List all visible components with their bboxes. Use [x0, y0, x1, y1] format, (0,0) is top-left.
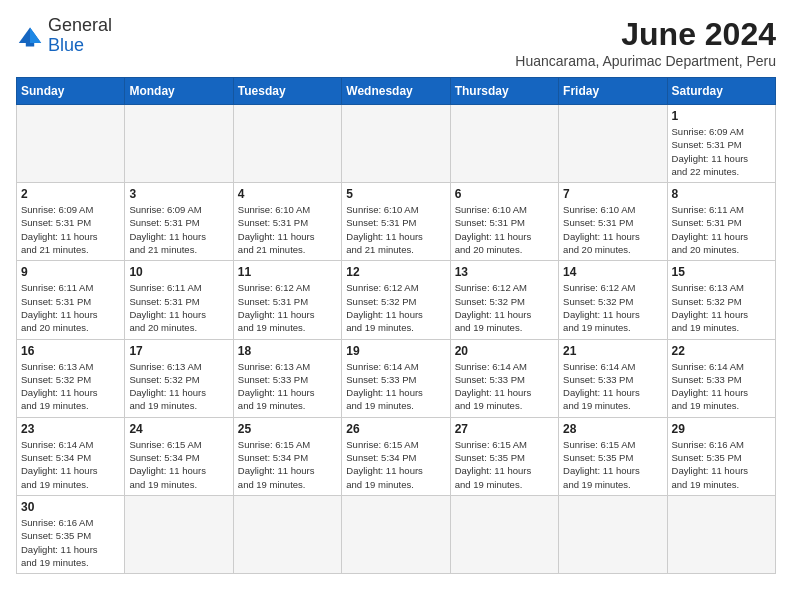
day-info: Sunrise: 6:16 AM Sunset: 5:35 PM Dayligh…	[672, 438, 771, 491]
calendar-cell: 22Sunrise: 6:14 AM Sunset: 5:33 PM Dayli…	[667, 339, 775, 417]
day-number: 16	[21, 344, 120, 358]
day-info: Sunrise: 6:09 AM Sunset: 5:31 PM Dayligh…	[129, 203, 228, 256]
day-info: Sunrise: 6:14 AM Sunset: 5:33 PM Dayligh…	[563, 360, 662, 413]
day-info: Sunrise: 6:10 AM Sunset: 5:31 PM Dayligh…	[455, 203, 554, 256]
day-number: 2	[21, 187, 120, 201]
calendar-cell	[559, 495, 667, 573]
day-number: 15	[672, 265, 771, 279]
calendar-table: SundayMondayTuesdayWednesdayThursdayFrid…	[16, 77, 776, 574]
calendar-cell	[342, 495, 450, 573]
calendar-cell: 27Sunrise: 6:15 AM Sunset: 5:35 PM Dayli…	[450, 417, 558, 495]
day-number: 4	[238, 187, 337, 201]
calendar-cell	[233, 105, 341, 183]
calendar-cell: 5Sunrise: 6:10 AM Sunset: 5:31 PM Daylig…	[342, 183, 450, 261]
location-subtitle: Huancarama, Apurimac Department, Peru	[515, 53, 776, 69]
day-number: 7	[563, 187, 662, 201]
day-number: 22	[672, 344, 771, 358]
header-day-friday: Friday	[559, 78, 667, 105]
title-block: June 2024 Huancarama, Apurimac Departmen…	[515, 16, 776, 69]
calendar-cell	[342, 105, 450, 183]
day-info: Sunrise: 6:10 AM Sunset: 5:31 PM Dayligh…	[238, 203, 337, 256]
calendar-cell: 29Sunrise: 6:16 AM Sunset: 5:35 PM Dayli…	[667, 417, 775, 495]
day-number: 3	[129, 187, 228, 201]
day-number: 26	[346, 422, 445, 436]
header-day-wednesday: Wednesday	[342, 78, 450, 105]
day-info: Sunrise: 6:10 AM Sunset: 5:31 PM Dayligh…	[563, 203, 662, 256]
calendar-cell: 13Sunrise: 6:12 AM Sunset: 5:32 PM Dayli…	[450, 261, 558, 339]
logo-blue: Blue	[48, 35, 84, 55]
calendar-cell: 24Sunrise: 6:15 AM Sunset: 5:34 PM Dayli…	[125, 417, 233, 495]
calendar-cell	[125, 105, 233, 183]
day-info: Sunrise: 6:14 AM Sunset: 5:33 PM Dayligh…	[672, 360, 771, 413]
day-info: Sunrise: 6:15 AM Sunset: 5:34 PM Dayligh…	[238, 438, 337, 491]
calendar-cell: 20Sunrise: 6:14 AM Sunset: 5:33 PM Dayli…	[450, 339, 558, 417]
day-info: Sunrise: 6:11 AM Sunset: 5:31 PM Dayligh…	[21, 281, 120, 334]
calendar-cell: 8Sunrise: 6:11 AM Sunset: 5:31 PM Daylig…	[667, 183, 775, 261]
logo: General Blue	[16, 16, 112, 56]
day-number: 11	[238, 265, 337, 279]
header-day-saturday: Saturday	[667, 78, 775, 105]
calendar-cell: 10Sunrise: 6:11 AM Sunset: 5:31 PM Dayli…	[125, 261, 233, 339]
day-number: 23	[21, 422, 120, 436]
calendar-cell: 14Sunrise: 6:12 AM Sunset: 5:32 PM Dayli…	[559, 261, 667, 339]
calendar-cell	[450, 105, 558, 183]
day-number: 17	[129, 344, 228, 358]
logo-text: General Blue	[48, 16, 112, 56]
calendar-week-row: 2Sunrise: 6:09 AM Sunset: 5:31 PM Daylig…	[17, 183, 776, 261]
logo-icon	[16, 22, 44, 50]
day-number: 10	[129, 265, 228, 279]
calendar-cell: 15Sunrise: 6:13 AM Sunset: 5:32 PM Dayli…	[667, 261, 775, 339]
day-number: 13	[455, 265, 554, 279]
calendar-cell: 3Sunrise: 6:09 AM Sunset: 5:31 PM Daylig…	[125, 183, 233, 261]
day-info: Sunrise: 6:09 AM Sunset: 5:31 PM Dayligh…	[21, 203, 120, 256]
calendar-cell: 2Sunrise: 6:09 AM Sunset: 5:31 PM Daylig…	[17, 183, 125, 261]
day-info: Sunrise: 6:12 AM Sunset: 5:32 PM Dayligh…	[563, 281, 662, 334]
month-year-title: June 2024	[515, 16, 776, 53]
day-info: Sunrise: 6:16 AM Sunset: 5:35 PM Dayligh…	[21, 516, 120, 569]
day-info: Sunrise: 6:13 AM Sunset: 5:32 PM Dayligh…	[129, 360, 228, 413]
calendar-cell: 9Sunrise: 6:11 AM Sunset: 5:31 PM Daylig…	[17, 261, 125, 339]
calendar-week-row: 16Sunrise: 6:13 AM Sunset: 5:32 PM Dayli…	[17, 339, 776, 417]
calendar-cell: 25Sunrise: 6:15 AM Sunset: 5:34 PM Dayli…	[233, 417, 341, 495]
day-info: Sunrise: 6:11 AM Sunset: 5:31 PM Dayligh…	[129, 281, 228, 334]
day-number: 29	[672, 422, 771, 436]
day-info: Sunrise: 6:13 AM Sunset: 5:32 PM Dayligh…	[672, 281, 771, 334]
calendar-cell: 17Sunrise: 6:13 AM Sunset: 5:32 PM Dayli…	[125, 339, 233, 417]
calendar-cell: 12Sunrise: 6:12 AM Sunset: 5:32 PM Dayli…	[342, 261, 450, 339]
calendar-week-row: 9Sunrise: 6:11 AM Sunset: 5:31 PM Daylig…	[17, 261, 776, 339]
day-info: Sunrise: 6:10 AM Sunset: 5:31 PM Dayligh…	[346, 203, 445, 256]
calendar-header-row: SundayMondayTuesdayWednesdayThursdayFrid…	[17, 78, 776, 105]
calendar-cell: 23Sunrise: 6:14 AM Sunset: 5:34 PM Dayli…	[17, 417, 125, 495]
calendar-cell: 18Sunrise: 6:13 AM Sunset: 5:33 PM Dayli…	[233, 339, 341, 417]
calendar-cell	[233, 495, 341, 573]
day-info: Sunrise: 6:12 AM Sunset: 5:31 PM Dayligh…	[238, 281, 337, 334]
calendar-cell: 26Sunrise: 6:15 AM Sunset: 5:34 PM Dayli…	[342, 417, 450, 495]
header-day-tuesday: Tuesday	[233, 78, 341, 105]
day-info: Sunrise: 6:12 AM Sunset: 5:32 PM Dayligh…	[346, 281, 445, 334]
calendar-week-row: 30Sunrise: 6:16 AM Sunset: 5:35 PM Dayli…	[17, 495, 776, 573]
day-info: Sunrise: 6:13 AM Sunset: 5:33 PM Dayligh…	[238, 360, 337, 413]
day-number: 9	[21, 265, 120, 279]
header-day-thursday: Thursday	[450, 78, 558, 105]
day-number: 28	[563, 422, 662, 436]
day-number: 12	[346, 265, 445, 279]
calendar-cell	[667, 495, 775, 573]
day-number: 6	[455, 187, 554, 201]
calendar-cell: 28Sunrise: 6:15 AM Sunset: 5:35 PM Dayli…	[559, 417, 667, 495]
calendar-week-row: 1Sunrise: 6:09 AM Sunset: 5:31 PM Daylig…	[17, 105, 776, 183]
calendar-cell: 6Sunrise: 6:10 AM Sunset: 5:31 PM Daylig…	[450, 183, 558, 261]
day-info: Sunrise: 6:15 AM Sunset: 5:34 PM Dayligh…	[346, 438, 445, 491]
svg-rect-2	[26, 43, 34, 47]
calendar-cell: 21Sunrise: 6:14 AM Sunset: 5:33 PM Dayli…	[559, 339, 667, 417]
day-number: 5	[346, 187, 445, 201]
calendar-cell	[17, 105, 125, 183]
calendar-cell	[125, 495, 233, 573]
calendar-cell: 19Sunrise: 6:14 AM Sunset: 5:33 PM Dayli…	[342, 339, 450, 417]
logo-general: General	[48, 15, 112, 35]
page-header: General Blue June 2024 Huancarama, Apuri…	[16, 16, 776, 69]
day-info: Sunrise: 6:09 AM Sunset: 5:31 PM Dayligh…	[672, 125, 771, 178]
header-day-monday: Monday	[125, 78, 233, 105]
day-info: Sunrise: 6:12 AM Sunset: 5:32 PM Dayligh…	[455, 281, 554, 334]
day-info: Sunrise: 6:11 AM Sunset: 5:31 PM Dayligh…	[672, 203, 771, 256]
day-number: 19	[346, 344, 445, 358]
